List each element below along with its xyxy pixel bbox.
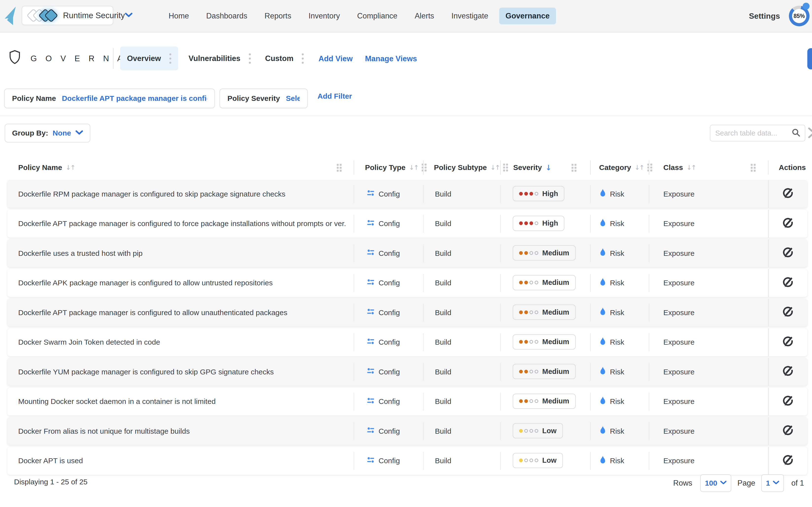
policy-severity-filter-label: Policy Severity — [227, 94, 280, 103]
table-row[interactable]: Docker APT is used Config Build Low — [7, 447, 807, 475]
column-drag-handle[interactable] — [503, 164, 508, 171]
side-panel-button[interactable] — [807, 48, 812, 69]
tab-menu-icon[interactable] — [169, 53, 171, 64]
collapse-chevron-icon[interactable] — [808, 127, 812, 139]
policy-name-cell[interactable]: Docker From alias is not unique for mult… — [18, 417, 345, 445]
edit-action-icon[interactable] — [782, 454, 793, 467]
nav-item-compliance[interactable]: Compliance — [351, 8, 404, 24]
sort-icon[interactable]: ↓↑ — [635, 164, 644, 171]
column-header-policy-subtype[interactable]: Policy Subtype ↓↑ — [434, 158, 508, 178]
column-header-category[interactable]: Category ↓↑ — [599, 158, 652, 178]
table-row[interactable]: Dockerfile uses a trusted host with pip … — [7, 239, 807, 267]
nav-item-inventory[interactable]: Inventory — [302, 8, 346, 24]
main-nav: HomeDashboardsReportsInventoryCompliance… — [160, 0, 558, 32]
edit-action-icon[interactable] — [782, 395, 793, 408]
page-select[interactable]: 1 — [761, 474, 784, 492]
manage-views-link[interactable]: Manage Views — [365, 54, 417, 63]
column-header-class[interactable]: Class ↓↑ — [663, 158, 696, 178]
policy-name-cell[interactable]: Mounting Docker socket daemon in a conta… — [18, 388, 345, 415]
table-row[interactable]: Dockerfile APT package manager is config… — [7, 299, 807, 327]
column-divider — [649, 215, 649, 233]
edit-action-icon[interactable] — [782, 277, 793, 289]
column-divider — [500, 215, 501, 233]
table-row[interactable]: Dockerfile APT package manager is config… — [7, 210, 807, 238]
column-drag-handle[interactable] — [751, 164, 756, 172]
policy-name-cell[interactable]: Docker Swarm Join Token detected in code — [18, 328, 345, 356]
actions-cell — [768, 447, 807, 475]
policy-type-cell: Config — [367, 328, 400, 356]
edit-action-icon[interactable] — [782, 247, 793, 260]
settings-link[interactable]: Settings — [749, 0, 780, 32]
policy-type-cell: Config — [367, 358, 400, 386]
edit-action-icon[interactable] — [782, 187, 793, 201]
edit-action-icon[interactable] — [782, 425, 793, 438]
sort-desc-icon[interactable]: ↓ — [545, 163, 552, 172]
category-cell: Risk — [600, 210, 624, 238]
column-header-policy-type[interactable]: Policy Type ↓↑ — [365, 158, 427, 178]
severity-label: Medium — [542, 338, 569, 346]
table-row[interactable]: Dockerfile RPM package manager is config… — [7, 180, 807, 208]
column-divider — [590, 244, 591, 262]
policy-name-cell[interactable]: Dockerfile APT package manager is config… — [18, 210, 345, 238]
policy-name-cell[interactable]: Dockerfile YUM package manager is config… — [18, 358, 345, 386]
config-sliders-icon — [367, 308, 375, 317]
column-divider — [649, 452, 649, 470]
tab-menu-icon[interactable] — [302, 53, 304, 64]
nav-item-governance[interactable]: Governance — [499, 8, 556, 24]
sort-icon[interactable]: ↓↑ — [409, 164, 419, 171]
sort-icon[interactable]: ↓↑ — [65, 164, 75, 171]
search-icon[interactable] — [792, 128, 801, 138]
group-by-dropdown[interactable]: Group By: None — [5, 124, 90, 143]
edit-action-icon[interactable] — [782, 306, 793, 319]
actions-cell — [768, 210, 807, 238]
tab-menu-icon[interactable] — [249, 53, 251, 64]
policy-name-cell[interactable]: Dockerfile APK package manager is config… — [18, 269, 345, 297]
column-divider — [590, 363, 591, 381]
brand-logo-icon[interactable] — [4, 6, 16, 26]
policy-name-cell[interactable]: Dockerfile RPM package manager is config… — [18, 180, 345, 208]
config-sliders-icon — [367, 367, 375, 377]
column-header-severity[interactable]: Severity ↓ — [513, 158, 552, 178]
table-row[interactable]: Docker Swarm Join Token detected in code… — [7, 328, 807, 356]
nav-item-dashboards[interactable]: Dashboards — [200, 8, 254, 24]
nav-item-alerts[interactable]: Alerts — [408, 8, 441, 24]
nav-item-home[interactable]: Home — [162, 8, 196, 24]
column-divider — [423, 422, 424, 440]
sort-icon[interactable]: ↓↑ — [490, 164, 500, 171]
class-cell: Exposure — [663, 299, 695, 327]
policy-name-filter-value[interactable]: Dockerfile APT package manager is config… — [62, 94, 207, 103]
table-row[interactable]: Docker From alias is not unique for mult… — [7, 417, 807, 445]
tab-vulnerabilities[interactable]: Vulnerabilities — [188, 47, 251, 70]
rows-per-page-select[interactable]: 100 — [700, 474, 731, 492]
column-divider — [354, 185, 354, 203]
column-drag-handle[interactable] — [647, 164, 652, 171]
search-input[interactable] — [715, 129, 792, 137]
table-row[interactable]: Dockerfile APK package manager is config… — [7, 269, 807, 297]
nav-item-investigate[interactable]: Investigate — [445, 8, 495, 24]
policy-name-cell[interactable]: Dockerfile uses a trusted host with pip — [18, 239, 345, 267]
column-drag-handle[interactable] — [572, 164, 577, 172]
edit-action-icon[interactable] — [782, 336, 793, 349]
edit-action-icon[interactable] — [782, 217, 793, 230]
column-drag-handle[interactable] — [422, 164, 427, 171]
column-divider — [590, 422, 591, 440]
policy-subtype-cell: Build — [435, 447, 451, 475]
edit-action-icon[interactable] — [782, 365, 793, 378]
sort-icon[interactable]: ↓↑ — [687, 164, 696, 171]
column-header-policy-name[interactable]: Policy Name ↓↑ — [18, 158, 75, 178]
tab-custom[interactable]: Custom — [265, 47, 304, 70]
table-row[interactable]: Mounting Docker socket daemon in a conta… — [7, 388, 807, 415]
policy-name-cell[interactable]: Dockerfile APT package manager is config… — [18, 299, 345, 327]
tab-overview[interactable]: Overview — [120, 47, 178, 70]
nav-item-reports[interactable]: Reports — [258, 8, 298, 24]
add-filter-link[interactable]: Add Filter — [318, 92, 352, 100]
table-row[interactable]: Dockerfile YUM package manager is config… — [7, 358, 807, 386]
policy-name-cell[interactable]: Docker APT is used — [18, 447, 345, 475]
product-switcher[interactable]: Runtime Security — [22, 6, 113, 25]
column-drag-handle[interactable] — [337, 164, 342, 172]
policy-severity-filter[interactable]: Policy Severity Select — [220, 89, 308, 108]
policy-severity-filter-value[interactable]: Select — [286, 94, 300, 103]
category-label: Risk — [610, 368, 624, 376]
add-view-link[interactable]: Add View — [319, 54, 353, 63]
policy-name-filter[interactable]: Policy Name Dockerfile APT package manag… — [4, 89, 215, 108]
